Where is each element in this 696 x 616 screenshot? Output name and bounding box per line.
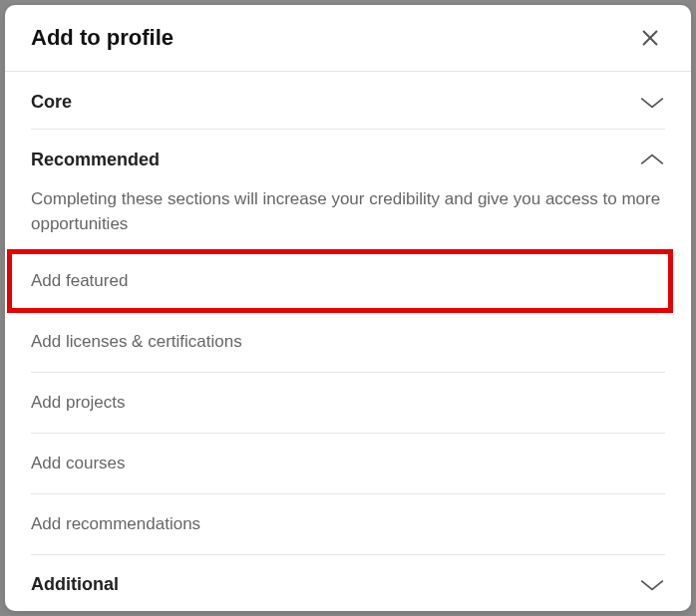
chevron-up-icon bbox=[639, 152, 665, 167]
section-additional: Additional bbox=[5, 554, 691, 611]
section-additional-title: Additional bbox=[31, 574, 119, 595]
chevron-down-icon bbox=[639, 577, 665, 593]
add-licenses-item[interactable]: Add licenses & certifications bbox=[31, 312, 665, 372]
modal-title: Add to profile bbox=[31, 25, 174, 51]
section-recommended-toggle[interactable]: Recommended bbox=[31, 130, 665, 186]
section-recommended-description: Completing these sections will increase … bbox=[31, 186, 665, 251]
add-courses-item[interactable]: Add courses bbox=[31, 434, 665, 493]
section-core-title: Core bbox=[31, 92, 72, 113]
add-featured-item[interactable]: Add featured bbox=[31, 251, 665, 311]
section-recommended: Recommended Completing these sections wi… bbox=[5, 130, 691, 554]
recommended-items-list: Add featured Add licenses & certificatio… bbox=[31, 251, 665, 554]
highlighted-item-wrap: Add featured bbox=[31, 251, 665, 311]
section-recommended-title: Recommended bbox=[31, 150, 160, 170]
section-additional-toggle[interactable]: Additional bbox=[31, 554, 665, 611]
add-recommendations-item[interactable]: Add recommendations bbox=[31, 494, 665, 554]
close-icon bbox=[639, 27, 661, 49]
section-core-toggle[interactable]: Core bbox=[31, 72, 665, 129]
section-core: Core bbox=[5, 72, 691, 129]
add-projects-item[interactable]: Add projects bbox=[31, 373, 665, 433]
modal-header: Add to profile bbox=[5, 5, 691, 72]
chevron-down-icon bbox=[639, 95, 665, 111]
close-button[interactable] bbox=[635, 23, 665, 53]
add-to-profile-modal: Add to profile Core Recommended Completi… bbox=[5, 5, 691, 611]
